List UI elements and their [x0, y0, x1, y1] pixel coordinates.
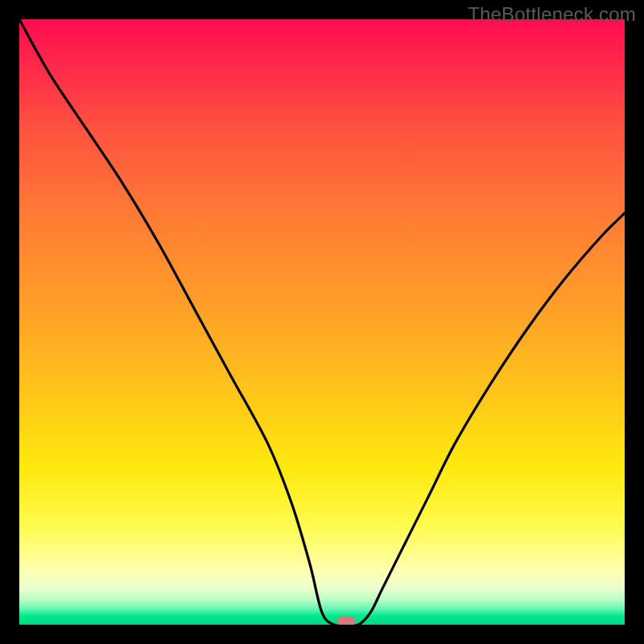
- bottleneck-curve: [19, 19, 625, 625]
- chart-frame: TheBottleneck.com: [0, 0, 644, 644]
- optimal-marker: [337, 616, 355, 625]
- plot-area: [19, 19, 625, 625]
- watermark-text: TheBottleneck.com: [468, 3, 636, 26]
